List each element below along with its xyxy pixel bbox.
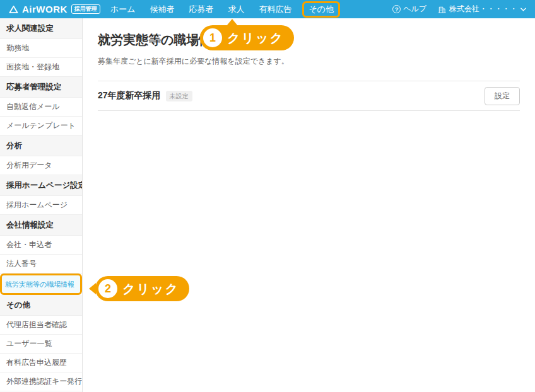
building-icon <box>438 5 446 13</box>
main-nav: ホーム 候補者 応募者 求人 有料広告 その他 <box>110 1 336 18</box>
sidebar-item-corporate-number[interactable]: 法人番号 <box>0 255 82 274</box>
callout-step1-arrow-up <box>226 19 238 26</box>
callout-step2-label: クリック <box>122 280 179 297</box>
sidebar-item-paid-ad-history[interactable]: 有料広告申込履歴 <box>0 354 82 372</box>
sidebar-item-interview-location[interactable]: 面接地・登録地 <box>0 58 82 77</box>
status-badge: 未設定 <box>166 91 192 101</box>
company-menu[interactable]: 株式会社・・・・・ <box>438 4 526 14</box>
brand-wordmark: AirWORK <box>22 4 68 14</box>
sidebar-item-analysis-data[interactable]: 分析用データ <box>0 156 82 175</box>
sidebar-item-workplace-info[interactable]: 就労実態等の職場情報 <box>0 274 82 295</box>
sidebar-item-auto-reply-mail[interactable]: 自動返信メール <box>0 98 82 117</box>
help-label: ヘルプ <box>403 4 426 14</box>
callout-step2: 2 クリック <box>95 276 189 301</box>
sidebar-item-external-auth-key[interactable]: 外部連携認証キー発行 <box>0 372 82 391</box>
sidebar-item-user-list[interactable]: ユーザー一覧 <box>0 335 82 354</box>
nav-item-home[interactable]: ホーム <box>110 4 136 15</box>
recruit-year-name: 27年度新卒採用 <box>98 90 161 101</box>
callout-step2-number: 2 <box>98 279 117 298</box>
nav-item-paid-ads[interactable]: 有料広告 <box>259 4 291 15</box>
recruit-year-list: 27年度新卒採用 未設定 設定 <box>98 81 520 111</box>
company-name: 株式会社・・・・・ <box>449 4 517 14</box>
nav-item-candidates[interactable]: 候補者 <box>150 4 174 15</box>
callout-step1-label: クリック <box>227 30 284 47</box>
callout-step2-arrow-left <box>89 283 96 294</box>
sidebar-item-work-location[interactable]: 勤務地 <box>0 39 82 58</box>
settings-sidebar: 求人関連設定 勤務地 面接地・登録地 応募者管理設定 自動返信メール メールテン… <box>0 18 83 392</box>
sidebar-section-others: その他 <box>0 295 82 316</box>
sidebar-item-mail-template[interactable]: メールテンプレート <box>0 117 82 135</box>
main-content: 就労実態等の職場情報 募集年度ごとに新卒採用に必要な情報を設定できます。 27年… <box>83 18 535 392</box>
page-description: 募集年度ごとに新卒採用に必要な情報を設定できます。 <box>98 56 520 67</box>
table-row: 27年度新卒採用 未設定 設定 <box>98 81 520 111</box>
sidebar-item-recruit-homepage[interactable]: 採用ホームページ <box>0 196 82 215</box>
callout-step1: 1 クリック <box>200 25 294 50</box>
configure-button[interactable]: 設定 <box>485 87 520 105</box>
brand-badge: 採用管理 <box>71 4 100 14</box>
chevron-down-icon <box>520 8 526 11</box>
sidebar-section-recruit-homepage-settings: 採用ホームページ設定 <box>0 175 82 196</box>
brand-logo[interactable]: AirWORK 採用管理 <box>9 4 100 14</box>
sidebar-section-company-info: 会社情報設定 <box>0 215 82 236</box>
nav-item-jobs[interactable]: 求人 <box>228 4 244 15</box>
help-icon: ? <box>392 5 401 13</box>
nav-item-applicants[interactable]: 応募者 <box>189 4 213 15</box>
sidebar-section-job-settings: 求人関連設定 <box>0 18 82 39</box>
sidebar-section-applicant-management: 応募者管理設定 <box>0 77 82 98</box>
callout-step1-number: 1 <box>203 28 222 47</box>
sidebar-item-company-applicant[interactable]: 会社・申込者 <box>0 236 82 255</box>
nav-item-others[interactable]: その他 <box>302 1 340 18</box>
top-nav-bar: AirWORK 採用管理 ホーム 候補者 応募者 求人 有料広告 その他 ? ヘ… <box>0 0 535 18</box>
sidebar-section-analysis: 分析 <box>0 135 82 156</box>
help-menu[interactable]: ? ヘルプ <box>392 4 426 14</box>
page-title: 就労実態等の職場情報 <box>98 31 520 49</box>
triangle-logo-icon <box>9 5 18 14</box>
sidebar-item-agency-contact-check[interactable]: 代理店担当者確認 <box>0 316 82 335</box>
nav-right-group: ? ヘルプ 株式会社・・・・・ <box>392 4 526 14</box>
